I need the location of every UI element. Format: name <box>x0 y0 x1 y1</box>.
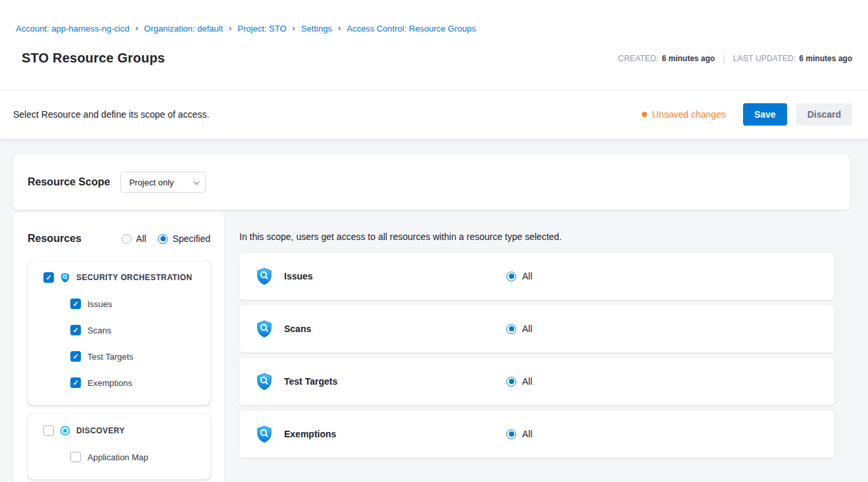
toolbar-actions: Unsaved changes Save Discard <box>642 103 852 126</box>
breadcrumb-chevron-icon: › <box>135 23 138 34</box>
resource-row-label: Test Targets <box>284 376 506 387</box>
access-all-option[interactable]: All <box>506 271 533 281</box>
access-all-option[interactable]: All <box>506 376 533 387</box>
resource-item-label: Test Targets <box>87 352 133 362</box>
checkbox-discovery[interactable] <box>43 425 54 436</box>
resource-item-label: Application Map <box>87 452 149 462</box>
checkbox-issues[interactable] <box>70 299 81 309</box>
resource-item-label: Scans <box>87 325 111 335</box>
resources-radio-all[interactable]: All <box>122 233 147 244</box>
radio-all-icon[interactable] <box>506 272 516 281</box>
resource-group-security-orchestration: SECURITY ORCHESTRATION Issues Scans Test… <box>28 261 210 405</box>
resource-item-label: Exemptions <box>87 378 132 388</box>
scope-description: In this scope, users get access to all r… <box>239 231 834 242</box>
resource-item-exemptions: Exemptions <box>70 377 199 388</box>
group-title: DISCOVERY <box>76 426 125 435</box>
resource-scope-dropdown[interactable]: Project only <box>120 172 206 193</box>
sto-shield-icon <box>255 371 274 392</box>
breadcrumb-account-link[interactable]: Account: app-harness-ng-cicd <box>16 24 130 34</box>
radio-all-icon[interactable] <box>506 377 516 387</box>
access-all-option[interactable]: All <box>506 324 533 334</box>
access-all-label: All <box>522 429 533 439</box>
chevron-down-icon <box>193 178 200 185</box>
discard-button[interactable]: Discard <box>796 103 852 126</box>
resource-row-test-targets: Test Targets All <box>239 358 834 405</box>
access-all-label: All <box>522 324 533 334</box>
breadcrumb-chevron-icon: › <box>293 23 295 34</box>
checkbox-exemptions[interactable] <box>70 377 81 388</box>
resources-header: Resources All Specified <box>28 232 210 245</box>
unsaved-changes-label: Unsaved changes <box>652 109 726 120</box>
group-header: SECURITY ORCHESTRATION <box>43 272 199 283</box>
save-button[interactable]: Save <box>743 103 787 126</box>
checkbox-application-map[interactable] <box>70 452 81 462</box>
resource-row-scans: Scans All <box>239 305 834 352</box>
resource-scope-selected-value: Project only <box>129 178 174 187</box>
access-all-label: All <box>522 376 533 387</box>
resource-groups-page: Account: app-harness-ng-cicd › Organizat… <box>0 0 868 482</box>
group-header: DISCOVERY <box>43 425 199 436</box>
page-title: STO Resource Groups <box>22 51 165 66</box>
checkbox-scans[interactable] <box>70 325 81 335</box>
checkbox-test-targets[interactable] <box>70 351 81 362</box>
columns: Resources All Specified SECUR <box>13 212 850 482</box>
breadcrumb: Account: app-harness-ng-cicd › Organizat… <box>16 24 852 34</box>
radio-all-label: All <box>136 233 147 244</box>
toolbar-description: Select Resource and define its scope of … <box>13 109 209 120</box>
sto-shield-icon <box>60 272 70 283</box>
updated-value: 6 minutes ago <box>799 54 852 63</box>
unsaved-changes-indicator: Unsaved changes <box>642 109 726 120</box>
checkbox-security-orchestration[interactable] <box>43 272 54 283</box>
radio-all-icon[interactable] <box>122 234 132 244</box>
resource-scope-label: Resource Scope <box>28 176 110 188</box>
resource-scope-card: Resource Scope Project only <box>13 155 850 210</box>
toolbar: Select Resource and define its scope of … <box>0 90 868 139</box>
resource-item-label: Issues <box>87 299 112 309</box>
resource-row-label: Issues <box>284 271 506 281</box>
sto-shield-icon <box>255 318 274 339</box>
radio-specified-icon[interactable] <box>158 234 168 244</box>
scope-details: In this scope, users get access to all r… <box>239 212 850 463</box>
main-content: Resource Scope Project only Resources Al… <box>0 139 868 482</box>
radio-specified-label: Specified <box>172 233 210 244</box>
access-all-label: All <box>522 271 533 281</box>
resource-item-scans: Scans <box>70 325 199 335</box>
resource-item-test-targets: Test Targets <box>70 351 199 362</box>
updated-label: LAST UPDATED: <box>733 54 796 63</box>
page-header: Account: app-harness-ng-cicd › Organizat… <box>0 0 868 90</box>
radio-all-icon[interactable] <box>506 429 516 439</box>
breadcrumb-settings-link[interactable]: Settings <box>301 24 332 34</box>
resource-item-application-map: Application Map <box>70 452 199 462</box>
breadcrumb-project-link[interactable]: Project: STO <box>237 24 286 34</box>
created-value: 6 minutes ago <box>662 54 715 63</box>
unsaved-dot-icon <box>642 112 647 117</box>
resources-title: Resources <box>28 233 110 245</box>
title-row: STO Resource Groups CREATED: 6 minutes a… <box>16 51 852 66</box>
resource-row-exemptions: Exemptions All <box>239 410 834 458</box>
resources-radio-specified[interactable]: Specified <box>158 233 210 244</box>
resource-row-label: Scans <box>284 324 506 334</box>
resources-panel: Resources All Specified SECUR <box>13 212 224 482</box>
resource-row-issues: Issues All <box>239 253 834 300</box>
meta-timestamps: CREATED: 6 minutes ago | LAST UPDATED: 6… <box>618 53 852 64</box>
created-label: CREATED: <box>618 54 658 63</box>
sto-shield-icon <box>255 423 274 445</box>
breadcrumb-chevron-icon: › <box>338 23 341 34</box>
breadcrumb-organization-link[interactable]: Organization: default <box>144 24 223 34</box>
breadcrumb-chevron-icon: › <box>229 23 231 34</box>
meta-divider: | <box>723 53 725 64</box>
breadcrumb-access-control-link[interactable]: Access Control: Resource Groups <box>347 24 476 34</box>
group-title: SECURITY ORCHESTRATION <box>76 273 192 282</box>
discovery-icon <box>60 425 70 436</box>
access-all-option[interactable]: All <box>506 429 533 439</box>
resource-group-discovery: DISCOVERY Application Map <box>28 414 210 479</box>
sto-shield-icon <box>255 266 274 287</box>
resource-item-issues: Issues <box>70 299 199 309</box>
radio-all-icon[interactable] <box>506 324 516 334</box>
resource-row-label: Exemptions <box>284 429 506 439</box>
